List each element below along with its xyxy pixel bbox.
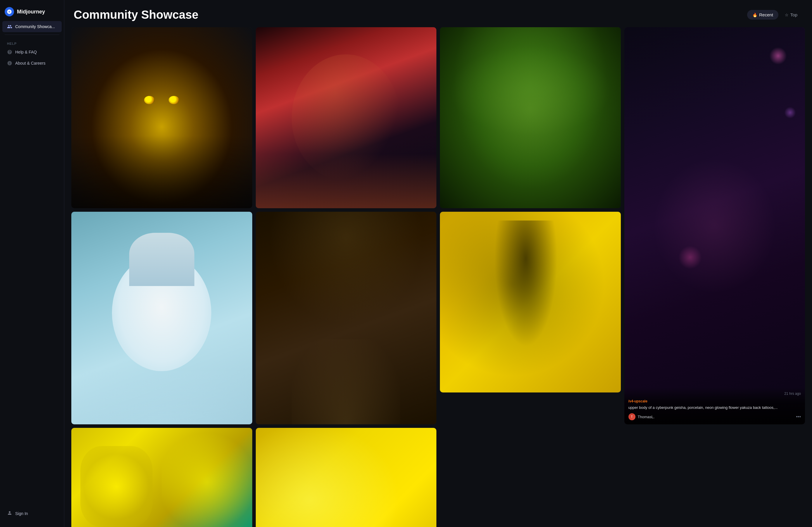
sidebar-divider-1 xyxy=(5,34,59,35)
geisha-card-tag: /v4-upscale xyxy=(628,399,801,403)
sidebar: Midjourney Community Showca... HELP Help… xyxy=(0,0,64,527)
community-label: Community Showca... xyxy=(15,24,55,29)
geisha-card-username: ThomasL. xyxy=(638,415,655,419)
geisha-card-time: 21 hrs ago xyxy=(784,391,801,396)
fire-icon: 🔥 xyxy=(752,13,757,17)
sidebar-item-help-faq[interactable]: Help & FAQ xyxy=(2,46,62,58)
gallery-grid-container: 21 hrs ago /v4-upscale upper body of a c… xyxy=(64,27,812,527)
community-icon xyxy=(7,24,12,29)
tab-recent-label: Recent xyxy=(759,12,773,17)
geisha-card-avatar: T xyxy=(628,413,636,420)
gallery-grid: 21 hrs ago /v4-upscale upper body of a c… xyxy=(71,27,805,527)
sidebar-item-about-careers[interactable]: About & Careers xyxy=(2,58,62,69)
sidebar-spacer xyxy=(0,69,64,507)
logo-icon xyxy=(5,7,14,16)
gallery-item-native[interactable] xyxy=(440,212,621,393)
question-icon xyxy=(7,49,12,55)
about-careers-label: About & Careers xyxy=(15,61,46,66)
main-content: Community Showcase 🔥 Recent ☆ Top xyxy=(64,0,812,527)
help-section-label: HELP xyxy=(0,37,64,46)
sign-in-label: Sign In xyxy=(15,511,28,516)
geisha-card-description: upper body of a cyberpunk geisha, porcel… xyxy=(628,405,801,410)
person-icon xyxy=(7,510,12,516)
tab-group: 🔥 Recent ☆ Top xyxy=(747,10,803,19)
tab-recent[interactable]: 🔥 Recent xyxy=(747,10,778,19)
geisha-card-user: T ThomasL. xyxy=(628,413,655,420)
help-faq-label: Help & FAQ xyxy=(15,50,37,54)
info-icon xyxy=(7,60,12,66)
gallery-item-astronaut-girl[interactable] xyxy=(256,27,437,208)
sidebar-item-community[interactable]: Community Showca... xyxy=(2,21,62,32)
star-icon: ☆ xyxy=(785,13,788,17)
tab-top-label: Top xyxy=(791,12,797,17)
page-header: Community Showcase 🔥 Recent ☆ Top xyxy=(64,0,812,27)
geisha-card-overlay: 21 hrs ago /v4-upscale upper body of a c… xyxy=(624,387,805,424)
gallery-item-green-face[interactable] xyxy=(440,27,621,208)
gallery-item-owl[interactable] xyxy=(71,27,252,208)
gallery-item-geisha[interactable]: 21 hrs ago /v4-upscale upper body of a c… xyxy=(624,27,805,424)
gallery-item-yellow-splash[interactable] xyxy=(256,428,437,527)
app-name: Midjourney xyxy=(17,9,45,15)
page-title: Community Showcase xyxy=(74,8,199,22)
geisha-card-footer: T ThomasL. ••• xyxy=(628,413,801,420)
geisha-card-more[interactable]: ••• xyxy=(796,414,801,419)
gallery-item-bunny[interactable] xyxy=(71,212,252,425)
tab-top[interactable]: ☆ Top xyxy=(780,10,803,19)
app-logo[interactable]: Midjourney xyxy=(0,5,64,21)
gallery-item-skeleton[interactable] xyxy=(256,212,437,425)
sign-in-button[interactable]: Sign In xyxy=(2,507,62,520)
gallery-item-astronaut2[interactable]: 11 hrs ago /v4-upscale astronaut floatin… xyxy=(71,428,252,527)
